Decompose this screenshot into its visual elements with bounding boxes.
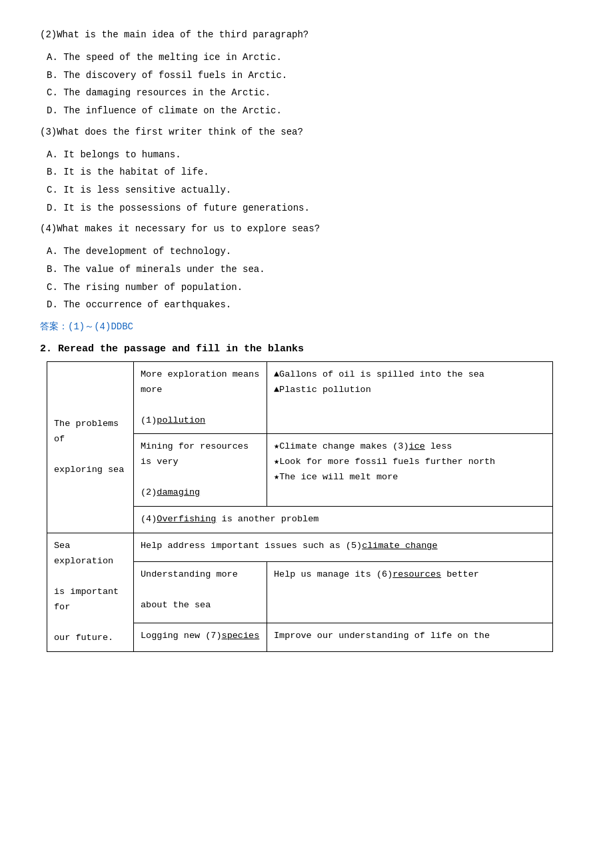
cell-climate-change-full: Help address important issues such as (5… bbox=[134, 533, 553, 562]
cell-damaging-examples: ★Climate change makes (3)ice less ★Look … bbox=[267, 434, 553, 507]
cell-pollution-desc: More exploration means more (1)pollution bbox=[134, 361, 267, 434]
answer-block: 答案：(1)～(4)DDBC bbox=[40, 321, 573, 333]
cell-damaging-desc: Mining for resources is very (2)damaging bbox=[134, 434, 267, 507]
cell-species-desc: Logging new (7)species bbox=[134, 623, 267, 651]
table-row-pollution: The problems ofexploring sea More explor… bbox=[47, 361, 553, 434]
q2-option-b: B. The discovery of fossil fuels in Arct… bbox=[47, 67, 573, 85]
question-2-text: (2)What is the main idea of the third pa… bbox=[40, 27, 573, 43]
question-4-block: (4)What makes it necessary for us to exp… bbox=[40, 221, 573, 314]
cell-problems-label: The problems ofexploring sea bbox=[47, 361, 134, 533]
answer-ice: ice bbox=[409, 441, 425, 451]
cell-pollution-examples: ▲Gallons of oil is spilled into the sea … bbox=[267, 361, 553, 434]
fill-in-table: The problems ofexploring sea More explor… bbox=[47, 361, 553, 652]
q4-option-c: C. The rising number of population. bbox=[47, 279, 573, 297]
q3-option-d: D. It is the possessions of future gener… bbox=[47, 199, 573, 217]
q3-option-a: A. It belongs to humans. bbox=[47, 146, 573, 164]
answer-resources: resources bbox=[392, 569, 441, 579]
q4-option-b: B. The value of minerals under the sea. bbox=[47, 261, 573, 279]
question-2-block: (2)What is the main idea of the third pa… bbox=[40, 27, 573, 120]
table-row-sea-exploration: Sea explorationis important forour futur… bbox=[47, 533, 553, 562]
section2-title: 2. Reread the passage and fill in the bl… bbox=[40, 343, 573, 355]
cell-overfishing-full: (4)Overfishing is another problem bbox=[134, 507, 553, 533]
q2-option-a: A. The speed of the melting ice in Arcti… bbox=[47, 49, 573, 67]
question-4-text: (4)What makes it necessary for us to exp… bbox=[40, 221, 573, 237]
answer-overfishing: Overfishing bbox=[157, 514, 216, 524]
answer-pollution: pollution bbox=[157, 415, 205, 425]
answer-climate-change: climate change bbox=[362, 541, 437, 551]
question-3-block: (3)What does the first writer think of t… bbox=[40, 124, 573, 217]
q4-option-d: D. The occurrence of earthquakes. bbox=[47, 296, 573, 314]
q3-option-b: B. It is the habitat of life. bbox=[47, 163, 573, 181]
cell-understanding-desc: Understanding moreabout the sea bbox=[134, 561, 267, 623]
cell-sea-exploration-label: Sea explorationis important forour futur… bbox=[47, 533, 134, 652]
cell-resources-example: Help us manage its (6)resources better bbox=[267, 561, 553, 623]
q2-option-c: C. The damaging resources in the Arctic. bbox=[47, 84, 573, 102]
answer-damaging: damaging bbox=[157, 487, 200, 497]
cell-species-example: Improve our understanding of life on the bbox=[267, 623, 553, 651]
q2-option-d: D. The influence of climate on the Arcti… bbox=[47, 102, 573, 120]
q4-option-a: A. The development of technology. bbox=[47, 243, 573, 261]
answer-species: species bbox=[222, 631, 260, 641]
q3-option-c: C. It is less sensitive actually. bbox=[47, 181, 573, 199]
question-3-text: (3)What does the first writer think of t… bbox=[40, 124, 573, 141]
